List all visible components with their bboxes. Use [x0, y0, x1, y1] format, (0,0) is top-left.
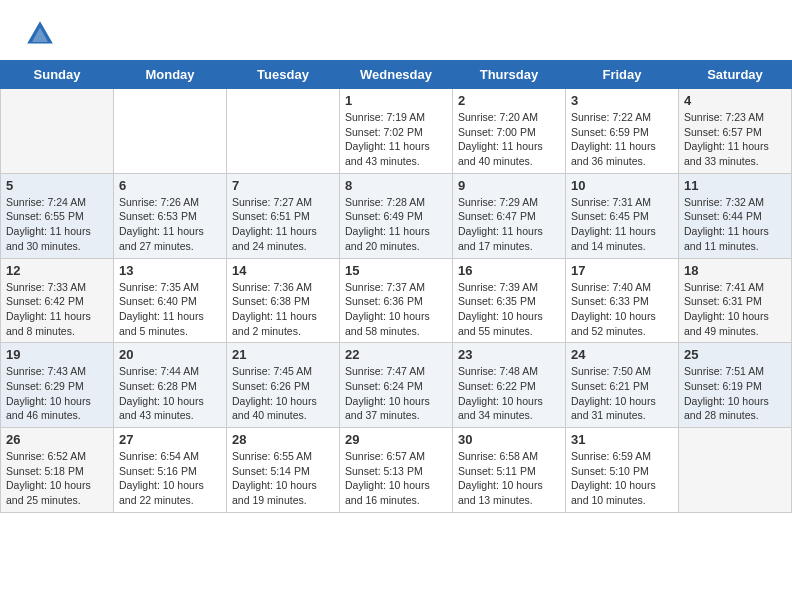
calendar-cell	[114, 89, 227, 174]
day-info: Sunrise: 7:22 AM Sunset: 6:59 PM Dayligh…	[571, 110, 673, 169]
page-header	[0, 0, 792, 60]
day-number: 9	[458, 178, 560, 193]
day-info: Sunrise: 7:51 AM Sunset: 6:19 PM Dayligh…	[684, 364, 786, 423]
day-info: Sunrise: 7:48 AM Sunset: 6:22 PM Dayligh…	[458, 364, 560, 423]
calendar-cell: 10Sunrise: 7:31 AM Sunset: 6:45 PM Dayli…	[566, 173, 679, 258]
day-info: Sunrise: 7:43 AM Sunset: 6:29 PM Dayligh…	[6, 364, 108, 423]
day-number: 31	[571, 432, 673, 447]
day-info: Sunrise: 7:26 AM Sunset: 6:53 PM Dayligh…	[119, 195, 221, 254]
calendar-cell: 7Sunrise: 7:27 AM Sunset: 6:51 PM Daylig…	[227, 173, 340, 258]
day-info: Sunrise: 7:45 AM Sunset: 6:26 PM Dayligh…	[232, 364, 334, 423]
day-number: 4	[684, 93, 786, 108]
calendar-cell: 26Sunrise: 6:52 AM Sunset: 5:18 PM Dayli…	[1, 428, 114, 513]
day-info: Sunrise: 6:58 AM Sunset: 5:11 PM Dayligh…	[458, 449, 560, 508]
calendar-cell: 13Sunrise: 7:35 AM Sunset: 6:40 PM Dayli…	[114, 258, 227, 343]
day-info: Sunrise: 7:37 AM Sunset: 6:36 PM Dayligh…	[345, 280, 447, 339]
calendar-cell: 25Sunrise: 7:51 AM Sunset: 6:19 PM Dayli…	[679, 343, 792, 428]
day-info: Sunrise: 7:27 AM Sunset: 6:51 PM Dayligh…	[232, 195, 334, 254]
day-number: 6	[119, 178, 221, 193]
calendar-cell: 28Sunrise: 6:55 AM Sunset: 5:14 PM Dayli…	[227, 428, 340, 513]
calendar-cell: 20Sunrise: 7:44 AM Sunset: 6:28 PM Dayli…	[114, 343, 227, 428]
day-number: 8	[345, 178, 447, 193]
calendar-cell: 1Sunrise: 7:19 AM Sunset: 7:02 PM Daylig…	[340, 89, 453, 174]
calendar-week-5: 26Sunrise: 6:52 AM Sunset: 5:18 PM Dayli…	[1, 428, 792, 513]
day-info: Sunrise: 7:20 AM Sunset: 7:00 PM Dayligh…	[458, 110, 560, 169]
day-number: 12	[6, 263, 108, 278]
logo	[24, 18, 60, 50]
day-number: 28	[232, 432, 334, 447]
calendar-cell: 21Sunrise: 7:45 AM Sunset: 6:26 PM Dayli…	[227, 343, 340, 428]
day-info: Sunrise: 7:36 AM Sunset: 6:38 PM Dayligh…	[232, 280, 334, 339]
day-info: Sunrise: 7:29 AM Sunset: 6:47 PM Dayligh…	[458, 195, 560, 254]
calendar-cell: 14Sunrise: 7:36 AM Sunset: 6:38 PM Dayli…	[227, 258, 340, 343]
weekday-header-monday: Monday	[114, 61, 227, 89]
calendar-cell: 4Sunrise: 7:23 AM Sunset: 6:57 PM Daylig…	[679, 89, 792, 174]
day-info: Sunrise: 7:47 AM Sunset: 6:24 PM Dayligh…	[345, 364, 447, 423]
day-info: Sunrise: 7:32 AM Sunset: 6:44 PM Dayligh…	[684, 195, 786, 254]
calendar-week-1: 1Sunrise: 7:19 AM Sunset: 7:02 PM Daylig…	[1, 89, 792, 174]
day-info: Sunrise: 7:28 AM Sunset: 6:49 PM Dayligh…	[345, 195, 447, 254]
calendar-cell: 3Sunrise: 7:22 AM Sunset: 6:59 PM Daylig…	[566, 89, 679, 174]
day-info: Sunrise: 6:59 AM Sunset: 5:10 PM Dayligh…	[571, 449, 673, 508]
calendar-cell: 6Sunrise: 7:26 AM Sunset: 6:53 PM Daylig…	[114, 173, 227, 258]
day-number: 19	[6, 347, 108, 362]
weekday-header-tuesday: Tuesday	[227, 61, 340, 89]
calendar-cell	[227, 89, 340, 174]
calendar-table: SundayMondayTuesdayWednesdayThursdayFrid…	[0, 60, 792, 513]
day-number: 2	[458, 93, 560, 108]
calendar-cell: 16Sunrise: 7:39 AM Sunset: 6:35 PM Dayli…	[453, 258, 566, 343]
day-info: Sunrise: 6:52 AM Sunset: 5:18 PM Dayligh…	[6, 449, 108, 508]
calendar-cell: 18Sunrise: 7:41 AM Sunset: 6:31 PM Dayli…	[679, 258, 792, 343]
day-info: Sunrise: 6:57 AM Sunset: 5:13 PM Dayligh…	[345, 449, 447, 508]
day-number: 17	[571, 263, 673, 278]
day-info: Sunrise: 7:40 AM Sunset: 6:33 PM Dayligh…	[571, 280, 673, 339]
day-info: Sunrise: 6:54 AM Sunset: 5:16 PM Dayligh…	[119, 449, 221, 508]
weekday-header-wednesday: Wednesday	[340, 61, 453, 89]
calendar-cell: 12Sunrise: 7:33 AM Sunset: 6:42 PM Dayli…	[1, 258, 114, 343]
day-number: 5	[6, 178, 108, 193]
day-number: 1	[345, 93, 447, 108]
calendar-cell: 15Sunrise: 7:37 AM Sunset: 6:36 PM Dayli…	[340, 258, 453, 343]
calendar-cell: 24Sunrise: 7:50 AM Sunset: 6:21 PM Dayli…	[566, 343, 679, 428]
weekday-header-thursday: Thursday	[453, 61, 566, 89]
calendar-cell: 30Sunrise: 6:58 AM Sunset: 5:11 PM Dayli…	[453, 428, 566, 513]
calendar-week-2: 5Sunrise: 7:24 AM Sunset: 6:55 PM Daylig…	[1, 173, 792, 258]
calendar-cell: 23Sunrise: 7:48 AM Sunset: 6:22 PM Dayli…	[453, 343, 566, 428]
calendar-cell	[679, 428, 792, 513]
day-number: 25	[684, 347, 786, 362]
day-number: 21	[232, 347, 334, 362]
weekday-header-sunday: Sunday	[1, 61, 114, 89]
day-number: 10	[571, 178, 673, 193]
day-number: 23	[458, 347, 560, 362]
calendar-cell: 22Sunrise: 7:47 AM Sunset: 6:24 PM Dayli…	[340, 343, 453, 428]
day-info: Sunrise: 6:55 AM Sunset: 5:14 PM Dayligh…	[232, 449, 334, 508]
calendar-cell: 5Sunrise: 7:24 AM Sunset: 6:55 PM Daylig…	[1, 173, 114, 258]
calendar-week-3: 12Sunrise: 7:33 AM Sunset: 6:42 PM Dayli…	[1, 258, 792, 343]
day-info: Sunrise: 7:39 AM Sunset: 6:35 PM Dayligh…	[458, 280, 560, 339]
day-info: Sunrise: 7:50 AM Sunset: 6:21 PM Dayligh…	[571, 364, 673, 423]
day-number: 16	[458, 263, 560, 278]
calendar-cell: 11Sunrise: 7:32 AM Sunset: 6:44 PM Dayli…	[679, 173, 792, 258]
day-number: 3	[571, 93, 673, 108]
logo-icon	[24, 18, 56, 50]
calendar-cell: 8Sunrise: 7:28 AM Sunset: 6:49 PM Daylig…	[340, 173, 453, 258]
day-info: Sunrise: 7:23 AM Sunset: 6:57 PM Dayligh…	[684, 110, 786, 169]
day-number: 14	[232, 263, 334, 278]
day-number: 11	[684, 178, 786, 193]
day-info: Sunrise: 7:19 AM Sunset: 7:02 PM Dayligh…	[345, 110, 447, 169]
calendar-cell: 29Sunrise: 6:57 AM Sunset: 5:13 PM Dayli…	[340, 428, 453, 513]
day-number: 22	[345, 347, 447, 362]
day-number: 27	[119, 432, 221, 447]
calendar-cell: 9Sunrise: 7:29 AM Sunset: 6:47 PM Daylig…	[453, 173, 566, 258]
day-number: 7	[232, 178, 334, 193]
calendar-cell: 19Sunrise: 7:43 AM Sunset: 6:29 PM Dayli…	[1, 343, 114, 428]
calendar-header-row: SundayMondayTuesdayWednesdayThursdayFrid…	[1, 61, 792, 89]
weekday-header-saturday: Saturday	[679, 61, 792, 89]
calendar-cell: 2Sunrise: 7:20 AM Sunset: 7:00 PM Daylig…	[453, 89, 566, 174]
day-info: Sunrise: 7:33 AM Sunset: 6:42 PM Dayligh…	[6, 280, 108, 339]
calendar-week-4: 19Sunrise: 7:43 AM Sunset: 6:29 PM Dayli…	[1, 343, 792, 428]
day-number: 26	[6, 432, 108, 447]
calendar-cell: 31Sunrise: 6:59 AM Sunset: 5:10 PM Dayli…	[566, 428, 679, 513]
day-info: Sunrise: 7:24 AM Sunset: 6:55 PM Dayligh…	[6, 195, 108, 254]
weekday-header-friday: Friday	[566, 61, 679, 89]
